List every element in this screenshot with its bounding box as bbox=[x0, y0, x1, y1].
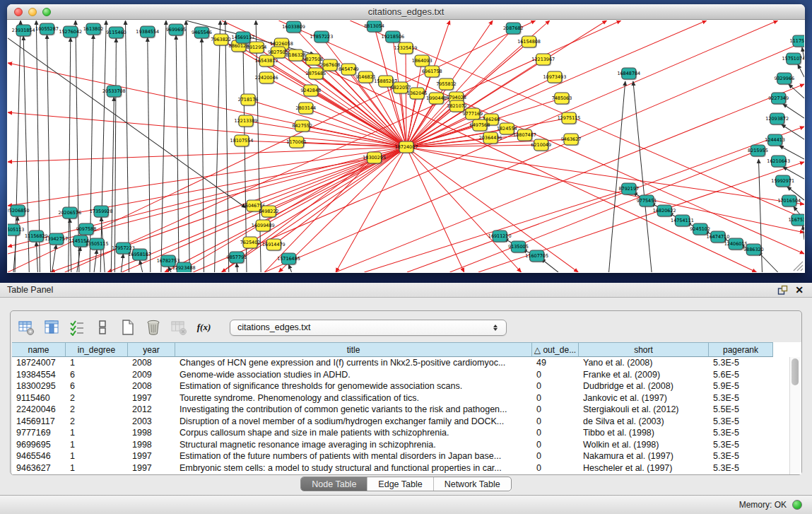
graph-node[interactable]: 7955812 bbox=[436, 78, 457, 90]
graph-node[interactable]: 16820622 bbox=[653, 205, 676, 217]
memory-ok-indicator[interactable] bbox=[792, 500, 802, 510]
graph-node[interactable]: 9097588 bbox=[76, 223, 97, 235]
graph-node[interactable]: 17016504 bbox=[777, 195, 801, 207]
table-row[interactable]: 946554611997Estimation of the future num… bbox=[12, 450, 801, 462]
table-row[interactable]: 946362711997Embryonic stem cells: a mode… bbox=[12, 462, 801, 474]
table-row[interactable]: 911546021997Tourette syndrome. Phenomeno… bbox=[12, 392, 801, 404]
graph-node[interactable]: 8215955 bbox=[748, 145, 768, 157]
graph-node[interactable]: 15992971 bbox=[771, 175, 794, 187]
graph-node[interactable]: 6961758 bbox=[422, 66, 442, 78]
table-row[interactable]: 2242004622012Investigating the contribut… bbox=[12, 404, 801, 416]
float-panel-icon[interactable] bbox=[777, 285, 788, 296]
graph-node[interactable]: 1167530 bbox=[789, 214, 804, 226]
delete-table-button-disabled[interactable] bbox=[169, 318, 188, 337]
graph-node[interactable]: 2087682 bbox=[503, 23, 524, 35]
table-row[interactable]: 1456911722003Disruption of a novel membe… bbox=[12, 416, 801, 428]
graph-node[interactable]: 23931854 bbox=[12, 25, 35, 37]
column-header-out_degree[interactable]: △ out_de... bbox=[532, 342, 579, 357]
select-columns-button[interactable] bbox=[67, 318, 86, 337]
graph-node[interactable]: 9242848 bbox=[300, 85, 321, 97]
graph-node[interactable]: 6497568 bbox=[470, 119, 490, 132]
graph-node[interactable]: 25206850 bbox=[8, 205, 30, 217]
graph-node[interactable]: 9886320 bbox=[743, 244, 764, 256]
graph-node[interactable]: 13942757 bbox=[45, 233, 68, 245]
graph-node[interactable]: 1613802 bbox=[83, 23, 104, 35]
graph-node[interactable]: 22420046 bbox=[255, 72, 278, 84]
graph-node[interactable]: 16099489 bbox=[252, 220, 275, 232]
graph-node[interactable]: 1170061 bbox=[286, 136, 307, 148]
graph-node[interactable]: 15276042 bbox=[59, 26, 82, 38]
table-scrollbar[interactable] bbox=[789, 357, 800, 474]
column-header-short[interactable]: short bbox=[579, 342, 709, 357]
table-options-button[interactable] bbox=[16, 318, 35, 337]
graph-node[interactable]: 10973493 bbox=[543, 71, 566, 83]
graph-node[interactable]: 8813054 bbox=[364, 21, 384, 33]
graph-node[interactable]: 2718176 bbox=[238, 94, 259, 106]
column-header-title[interactable]: title bbox=[175, 342, 532, 357]
graph-node[interactable]: 9115460 bbox=[106, 27, 126, 39]
graph-node[interactable]: 19384554 bbox=[136, 26, 159, 38]
graph-node[interactable]: 16033809 bbox=[282, 21, 305, 33]
column-header-pagerank[interactable]: pagerank bbox=[709, 342, 773, 357]
graph-node[interactable]: 6210049 bbox=[531, 139, 551, 151]
table-row[interactable]: 969969511998Structural magnetic resonanc… bbox=[12, 439, 801, 451]
graph-node[interactable]: 2803144 bbox=[295, 103, 316, 115]
tab-network-table[interactable]: Network Table bbox=[434, 477, 511, 491]
graph-node[interactable]: 9135005 bbox=[508, 241, 529, 253]
graph-node[interactable]: 12093872 bbox=[765, 113, 789, 125]
column-header-in_degree[interactable]: in_degree bbox=[66, 342, 128, 357]
graph-node[interactable]: 9775451 bbox=[637, 195, 657, 207]
graph-node[interactable]: 16210643 bbox=[767, 156, 790, 168]
close-window-button[interactable] bbox=[14, 8, 23, 16]
graph-node[interactable]: 9699695 bbox=[166, 24, 187, 36]
graph-node[interactable]: 17857223 bbox=[310, 31, 334, 43]
graph-node[interactable]: 9146821 bbox=[355, 71, 376, 83]
graph-node[interactable]: 12213389 bbox=[235, 115, 258, 127]
graph-node[interactable]: 12325419 bbox=[394, 42, 418, 54]
scrollbar-thumb[interactable] bbox=[792, 358, 799, 385]
graph-node[interactable]: 1990448 bbox=[426, 93, 447, 105]
column-header-name[interactable]: name bbox=[12, 342, 66, 357]
graph-node[interactable]: 16154808 bbox=[517, 36, 541, 48]
graph-node[interactable]: 9329966 bbox=[774, 73, 794, 85]
graph-node[interactable]: 7625402 bbox=[240, 237, 261, 249]
delete-button[interactable] bbox=[143, 318, 163, 337]
table-row[interactable]: 1830029562008Estimation of significance … bbox=[12, 380, 801, 392]
network-graph-canvas[interactable]: 1872400718300295796382288601288912954182… bbox=[8, 21, 804, 272]
graph-node[interactable]: 7485063 bbox=[552, 93, 572, 105]
graph-node[interactable]: 5498222 bbox=[259, 206, 279, 218]
zoom-window-button[interactable] bbox=[42, 8, 51, 16]
table-row[interactable]: 1938455462009Genome-wide association stu… bbox=[12, 369, 801, 381]
graph-node[interactable]: 9777169 bbox=[463, 108, 483, 120]
function-builder-button[interactable]: f(x) bbox=[194, 318, 213, 337]
minimize-window-button[interactable] bbox=[28, 8, 37, 16]
column-header-year[interactable]: year bbox=[128, 342, 175, 357]
show-column-button[interactable] bbox=[42, 318, 61, 337]
network-window-titlebar[interactable]: citations_edges.txt bbox=[7, 4, 805, 20]
resize-grip-icon[interactable] bbox=[794, 262, 803, 271]
graph-node[interactable]: 17359928 bbox=[90, 206, 113, 218]
tab-edge-table[interactable]: Edge Table bbox=[367, 477, 433, 491]
graph-node[interactable]: 14754111 bbox=[671, 215, 694, 227]
table-row[interactable]: 977716911998Corpus callosum shape and si… bbox=[12, 427, 801, 439]
graph-node[interactable]: 19218506 bbox=[381, 31, 404, 43]
tab-node-table[interactable]: Node Table bbox=[301, 477, 367, 491]
graph-node[interactable]: 8427552 bbox=[292, 120, 312, 132]
graph-node[interactable]: 10055287 bbox=[35, 23, 59, 35]
table-row[interactable]: 1872400712008Changes of HCN gene express… bbox=[12, 357, 801, 369]
graph-node[interactable]: 16848784 bbox=[617, 68, 640, 80]
row-options-button[interactable] bbox=[93, 318, 112, 337]
graph-node[interactable]: 1244413 bbox=[765, 134, 785, 146]
close-panel-icon[interactable]: ✕ bbox=[795, 285, 804, 296]
new-file-button[interactable] bbox=[118, 318, 137, 337]
graph-node[interactable]: 1362045 bbox=[407, 88, 428, 100]
graph-node[interactable]: 13505113 bbox=[8, 224, 24, 236]
graph-node[interactable]: 18107554 bbox=[230, 135, 254, 147]
graph-node[interactable]: 1117541 bbox=[790, 35, 804, 47]
table-selector[interactable]: citations_edges.txt bbox=[230, 320, 507, 336]
graph-node[interactable]: 9465546 bbox=[192, 27, 212, 39]
graph-node[interactable]: 15751074 bbox=[782, 53, 804, 65]
graph-node[interactable]: 2875685 bbox=[306, 68, 326, 80]
graph-node[interactable]: 9227349 bbox=[768, 93, 789, 105]
graph-node[interactable]: 9857791 bbox=[227, 252, 247, 264]
